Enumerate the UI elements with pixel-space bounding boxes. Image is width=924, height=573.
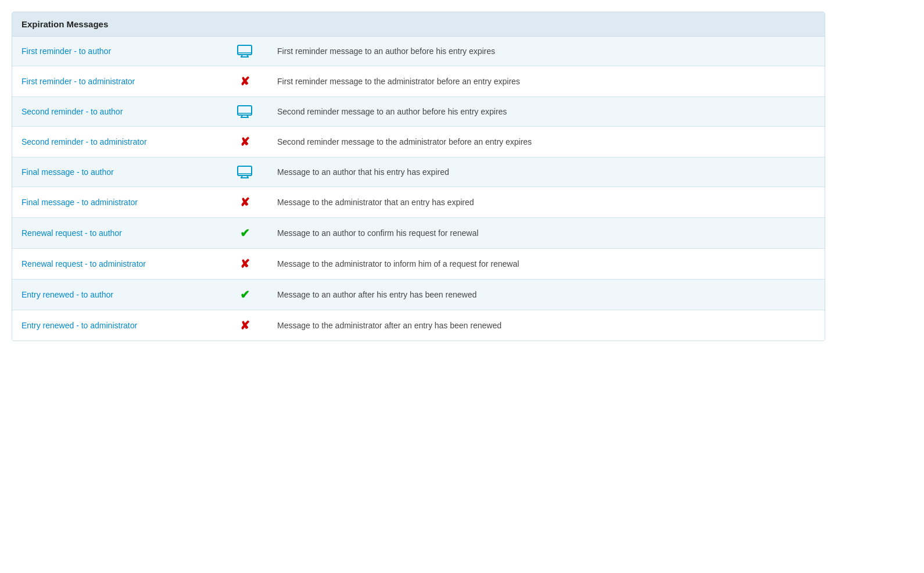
table-row: Final message - to author Message to an … — [12, 157, 825, 187]
row-description: Message to an author that his entry has … — [268, 157, 825, 187]
row-description: Second reminder message to the administr… — [268, 127, 825, 157]
x-icon: ✘ — [221, 310, 268, 341]
table-row: Second reminder - to author Second remin… — [12, 97, 825, 127]
row-name-link[interactable]: Renewal request - to author — [12, 218, 221, 249]
row-name-link[interactable]: Second reminder - to author — [12, 97, 221, 127]
check-icon: ✔ — [221, 280, 268, 310]
row-name-link[interactable]: Renewal request - to administrator — [12, 249, 221, 280]
x-mark-icon: ✘ — [240, 135, 250, 149]
table-row: Entry renewed - to author✔Message to an … — [12, 280, 825, 310]
x-mark-icon: ✘ — [240, 318, 250, 332]
table-row: Second reminder - to administrator✘Secon… — [12, 127, 825, 157]
table-row: Renewal request - to author✔Message to a… — [12, 218, 825, 249]
monitor-icon — [221, 97, 268, 127]
table-row: Final message - to administrator✘Message… — [12, 187, 825, 218]
monitor-icon — [221, 157, 268, 187]
table-row: Renewal request - to administrator✘Messa… — [12, 249, 825, 280]
row-description: First reminder message to the administra… — [268, 66, 825, 97]
row-name-link[interactable]: First reminder - to administrator — [12, 66, 221, 97]
row-description: First reminder message to an author befo… — [268, 37, 825, 66]
table-title: Expiration Messages — [12, 12, 825, 37]
x-icon: ✘ — [221, 249, 268, 280]
table-row: First reminder - to author First reminde… — [12, 37, 825, 66]
row-description: Message to the administrator to inform h… — [268, 249, 825, 280]
row-name-link[interactable]: First reminder - to author — [12, 37, 221, 66]
x-icon: ✘ — [221, 127, 268, 157]
check-icon: ✔ — [221, 218, 268, 249]
x-icon: ✘ — [221, 66, 268, 97]
row-name-link[interactable]: Final message - to author — [12, 157, 221, 187]
row-name-link[interactable]: Second reminder - to administrator — [12, 127, 221, 157]
checkmark-icon: ✔ — [240, 288, 250, 302]
x-icon: ✘ — [221, 187, 268, 218]
expiration-messages-table: Expiration Messages First reminder - to … — [12, 12, 825, 341]
x-mark-icon: ✘ — [240, 195, 250, 209]
row-description: Message to the administrator after an en… — [268, 310, 825, 341]
row-description: Message to the administrator that an ent… — [268, 187, 825, 218]
row-description: Second reminder message to an author bef… — [268, 97, 825, 127]
row-name-link[interactable]: Entry renewed - to administrator — [12, 310, 221, 341]
monitor-icon — [221, 37, 268, 66]
row-description: Message to an author to confirm his requ… — [268, 218, 825, 249]
row-name-link[interactable]: Entry renewed - to author — [12, 280, 221, 310]
table-row: First reminder - to administrator✘First … — [12, 66, 825, 97]
row-name-link[interactable]: Final message - to administrator — [12, 187, 221, 218]
x-mark-icon: ✘ — [240, 257, 250, 271]
x-mark-icon: ✘ — [240, 74, 250, 88]
table-row: Entry renewed - to administrator✘Message… — [12, 310, 825, 341]
row-description: Message to an author after his entry has… — [268, 280, 825, 310]
checkmark-icon: ✔ — [240, 226, 250, 240]
